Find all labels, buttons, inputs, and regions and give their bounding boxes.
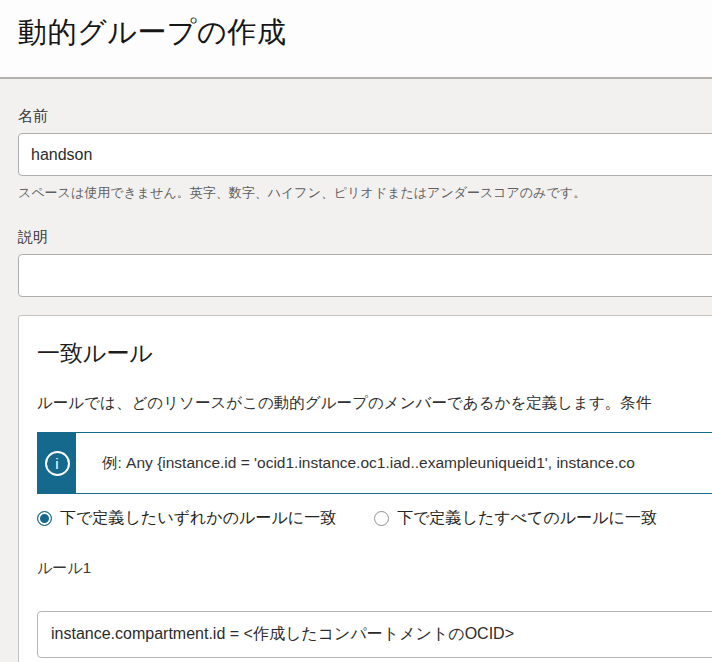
name-input[interactable] xyxy=(18,133,712,176)
radio-match-any-label: 下で定義したいずれかのルールに一致 xyxy=(60,508,336,529)
matching-rules-card: 一致ルール ルールでは、どのリソースがこの動的グループのメンバーであるかを定義し… xyxy=(18,315,712,662)
radio-match-all-label: 下で定義したすべてのルールに一致 xyxy=(397,508,657,529)
info-banner-text: 例: Any {instance.id = 'ocid1.instance.oc… xyxy=(76,433,712,493)
create-dynamic-group-form: 名前 スペースは使用できません。英字、数字、ハイフン、ピリオドまたはアンダースコ… xyxy=(0,79,712,662)
rule1-label: ルール1 xyxy=(37,559,712,578)
info-icon-box: i xyxy=(38,433,76,493)
page-header: 動的グループの作成 xyxy=(0,0,712,79)
description-field-label: 説明 xyxy=(18,228,712,247)
radio-unselected-icon[interactable] xyxy=(374,511,389,526)
matching-rules-intro: ルールでは、どのリソースがこの動的グループのメンバーであるかを定義します。条件 xyxy=(37,393,712,414)
matching-rules-heading: 一致ルール xyxy=(37,338,712,369)
match-mode-radio-group: 下で定義したいずれかのルールに一致 下で定義したすべてのルールに一致 xyxy=(37,508,712,529)
info-banner: i 例: Any {instance.id = 'ocid1.instance.… xyxy=(37,432,712,494)
rule1-input[interactable] xyxy=(37,611,712,658)
radio-match-any-rule[interactable]: 下で定義したいずれかのルールに一致 xyxy=(37,508,336,529)
page-title: 動的グループの作成 xyxy=(18,13,712,53)
radio-match-all-rules[interactable]: 下で定義したすべてのルールに一致 xyxy=(374,508,657,529)
description-input[interactable] xyxy=(18,254,712,297)
name-helper-text: スペースは使用できません。英字、数字、ハイフン、ピリオドまたはアンダースコアのみ… xyxy=(18,184,712,202)
radio-selected-icon[interactable] xyxy=(37,511,52,526)
info-icon: i xyxy=(45,451,70,476)
name-field-label: 名前 xyxy=(18,79,712,126)
